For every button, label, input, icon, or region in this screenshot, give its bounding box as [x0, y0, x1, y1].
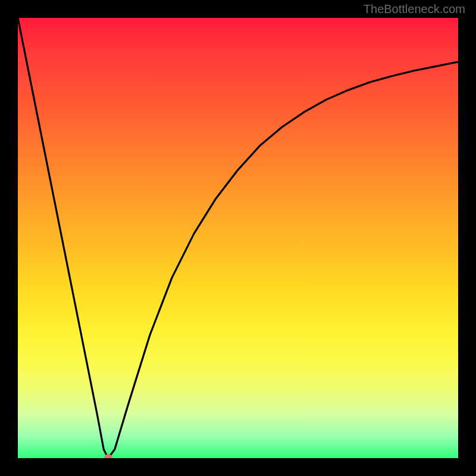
- plot-area: [18, 18, 458, 458]
- watermark-text: TheBottleneck.com: [364, 2, 465, 16]
- bottleneck-curve-path: [18, 18, 458, 458]
- curve-svg: [18, 18, 458, 458]
- optimal-point-marker: [104, 454, 112, 458]
